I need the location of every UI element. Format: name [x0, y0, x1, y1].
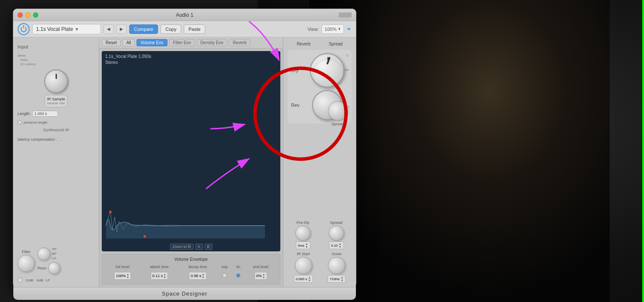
- pre-spread-row: Pre-Dly 0ms ▲▼ Spread 0.10: [288, 220, 352, 249]
- ir-start-stepper[interactable]: ▲▼: [308, 276, 311, 282]
- copy-button[interactable]: Copy: [161, 24, 181, 34]
- col-decay-time: decay time: [179, 264, 217, 269]
- attack-stepper[interactable]: ▲▼: [163, 273, 166, 279]
- spread-value[interactable]: 0.10 ▲▼: [329, 242, 344, 249]
- xover-label: Xover: [331, 252, 342, 256]
- view-dropdown[interactable]: 100% ⬍: [322, 24, 344, 34]
- tab-reset[interactable]: Reset: [102, 39, 121, 46]
- preserve-length-radio[interactable]: [18, 120, 22, 124]
- filter-knob-row: Filter HP BP LP: [18, 247, 94, 274]
- spread-label: Spread: [329, 42, 343, 46]
- on-indicator[interactable]: [18, 278, 23, 283]
- lin-radio[interactable]: [236, 273, 240, 278]
- pre-dly-col: Pre-Dly 0ms ▲▼: [295, 220, 310, 249]
- pre-dly-stepper[interactable]: ▲▼: [305, 242, 308, 248]
- right-panel: Reverb Spread Dry: [283, 37, 356, 287]
- col-lin: lin: [233, 264, 244, 269]
- ir-filename: 1.1s_Vocal Plate 1.093s: [105, 54, 151, 60]
- link-icon[interactable]: ⚭: [346, 26, 352, 33]
- input-knob[interactable]: [44, 69, 68, 93]
- filter-labels: HP BP LP: [52, 247, 57, 260]
- xover-stepper[interactable]: ▲▼: [340, 276, 343, 282]
- title-bar: Audio 1: [13, 9, 356, 21]
- reso-label: Reso: [37, 266, 46, 270]
- col-attack-time: attack time: [140, 264, 178, 269]
- svg-point-1: [109, 211, 112, 213]
- reso-knob[interactable]: [48, 262, 60, 274]
- dry-max-label: max: [343, 68, 349, 71]
- svg-point-2: [143, 235, 146, 238]
- stereo-label: stereo: [18, 54, 94, 58]
- ir-sample-label: IR Sample: [47, 97, 65, 101]
- length-input[interactable]: 1.093 s: [32, 111, 58, 117]
- filter-label: Filter: [22, 250, 30, 254]
- pre-dly-label: Pre-Dly: [297, 220, 310, 225]
- nav-prev-button[interactable]: ◀: [103, 24, 114, 34]
- decay-time-value[interactable]: 0.98 s ▲▼: [189, 272, 206, 280]
- pre-dly-value[interactable]: 0ms ▲▼: [296, 242, 310, 249]
- input-knob-area: IR Sample sample rate: [18, 69, 94, 107]
- ir-start-value[interactable]: 0.000 s ▲▼: [294, 275, 313, 283]
- sstereol-label: 2C s-stereo: [18, 62, 94, 66]
- latency-row: latency compensation: [18, 137, 94, 142]
- ir-start-knob[interactable]: [295, 257, 312, 274]
- hp-knob[interactable]: [37, 248, 50, 260]
- vol-env-title: Volume Envelope: [105, 257, 277, 262]
- spread-knob[interactable]: [328, 101, 347, 121]
- hp-row: HP BP LP: [37, 247, 60, 260]
- window-controls: [18, 12, 38, 18]
- exp-radio[interactable]: [222, 273, 227, 278]
- tab-all[interactable]: All: [122, 39, 135, 46]
- envelope-tabs: Reset All Volume Env Filter Env Density …: [99, 37, 283, 48]
- end-level-stepper[interactable]: ▲▼: [262, 273, 265, 279]
- xover-knob[interactable]: [328, 257, 345, 274]
- decay-stepper[interactable]: ▲▼: [202, 273, 205, 279]
- plugin-window: Audio 1 1.1s Vocal Plate ▾ ◀ ▶ Compare C…: [13, 9, 356, 287]
- ir-sample-box: IR Sample sample rate: [45, 95, 67, 107]
- tab-reverb[interactable]: Reverb: [229, 39, 250, 46]
- latency-dot[interactable]: [57, 138, 60, 141]
- preserve-length-row: preserve length: [18, 120, 94, 124]
- xover-value[interactable]: 710Hz ▲▼: [328, 275, 346, 283]
- zoom-b-button[interactable]: B: [204, 244, 212, 250]
- minimize-button[interactable]: [25, 12, 30, 18]
- close-button[interactable]: [18, 12, 23, 18]
- dry-rev-section: Dry 0: [288, 50, 352, 124]
- tab-density-env[interactable]: Density Env: [197, 39, 227, 46]
- init-level-stepper[interactable]: ▲▼: [126, 273, 129, 279]
- left-panel: Input stereo mono 2C s-stereo IR Sample …: [13, 37, 99, 287]
- synthesized-ir-label: Synthesized IR: [18, 128, 94, 132]
- maximize-button[interactable]: [33, 12, 38, 18]
- end-level-value[interactable]: 0% ▲▼: [255, 272, 267, 280]
- attack-time-value[interactable]: 0.11 s ▲▼: [151, 272, 168, 280]
- preserve-length-label: preserve length: [24, 121, 47, 124]
- dry-knob[interactable]: [310, 53, 344, 88]
- mono-label: mono: [18, 58, 94, 62]
- compare-button[interactable]: Compare: [129, 24, 158, 34]
- nav-next-button[interactable]: ▶: [116, 24, 127, 34]
- main-content: Input stereo mono 2C s-stereo IR Sample …: [13, 37, 356, 287]
- zoom-a-button[interactable]: A: [195, 244, 203, 250]
- tab-volume-env[interactable]: Volume Env: [137, 39, 167, 46]
- spread-bottom-knob[interactable]: [329, 226, 344, 241]
- tab-filter-env[interactable]: Filter Env: [169, 39, 195, 46]
- dry-knob-container: 0 max: [306, 53, 348, 88]
- db6-label: -6dB: [36, 278, 43, 282]
- filter-main-knob[interactable]: [18, 255, 35, 272]
- ir-xover-row: IR Start 0.000 s ▲▼ Xover 7: [288, 252, 352, 283]
- lp-label: LP: [52, 257, 57, 260]
- init-level-value[interactable]: 100% ▲▼: [114, 272, 131, 280]
- zoom-fit-button[interactable]: Zoom to fit: [170, 244, 194, 250]
- paste-button[interactable]: Paste: [184, 24, 205, 34]
- reso-row: Reso: [37, 262, 60, 274]
- pre-dly-knob[interactable]: [295, 226, 310, 241]
- green-accent-line: [642, 0, 644, 302]
- input-label: Input: [18, 42, 94, 50]
- lp-label2: LP: [46, 278, 50, 282]
- volume-envelope-section: Volume Envelope init level attack time d…: [102, 254, 280, 284]
- view-label: View:: [307, 27, 319, 32]
- spread-stepper[interactable]: ▲▼: [339, 242, 342, 248]
- preset-dropdown[interactable]: 1.1s Vocal Plate ▾: [32, 24, 101, 34]
- power-button[interactable]: [18, 23, 30, 35]
- hp-label: HP: [52, 247, 57, 251]
